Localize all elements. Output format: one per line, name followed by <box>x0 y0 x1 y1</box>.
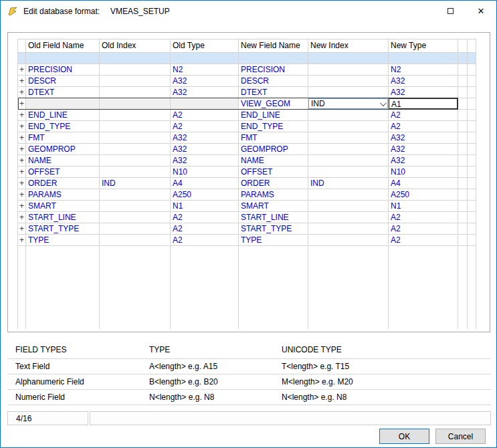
new-type-cell[interactable]: A2 <box>389 121 458 132</box>
old-name-cell[interactable]: START_TYPE <box>26 223 100 235</box>
row-expand-button[interactable]: + <box>18 178 26 189</box>
new-index-cell[interactable] <box>308 110 389 121</box>
new-type-cell[interactable]: A2 <box>389 223 458 235</box>
old-index-cell[interactable] <box>100 64 171 76</box>
old-type-cell[interactable]: A2 <box>171 223 239 235</box>
row-expand-button[interactable]: + <box>18 235 26 246</box>
new-type-cell[interactable]: N1 <box>389 201 458 212</box>
row-expand-button[interactable]: + <box>18 212 26 223</box>
old-index-cell[interactable] <box>100 53 171 64</box>
new-type-cell[interactable]: A32 <box>389 132 458 144</box>
old-name-cell[interactable]: DESCR <box>26 76 100 87</box>
column-header-old-type[interactable]: Old Type <box>171 39 239 53</box>
column-header-new-type[interactable]: New Type <box>389 39 458 53</box>
new-type-cell[interactable]: A2 <box>389 212 458 223</box>
old-index-cell[interactable] <box>100 87 171 98</box>
row-expand-button[interactable]: + <box>18 223 26 235</box>
new-index-cell[interactable] <box>308 64 389 76</box>
new-name-cell[interactable]: PARAMS <box>239 189 308 201</box>
old-type-cell[interactable]: A4 <box>171 178 239 189</box>
new-type-cell[interactable]: A250 <box>389 189 458 201</box>
new-type-cell[interactable]: A1 <box>389 98 458 110</box>
old-name-cell[interactable]: START_LINE <box>26 212 100 223</box>
new-type-cell[interactable]: A2 <box>389 110 458 121</box>
old-index-cell[interactable] <box>100 223 171 235</box>
new-name-cell[interactable]: END_TYPE <box>239 121 308 132</box>
old-name-cell[interactable]: TYPE <box>26 235 100 246</box>
old-type-cell[interactable]: A32 <box>171 132 239 144</box>
old-name-cell[interactable]: ORDER <box>26 178 100 189</box>
new-name-cell[interactable]: VIEW_GEOM <box>239 98 308 110</box>
cancel-button[interactable]: Cancel <box>435 429 486 444</box>
old-type-cell[interactable]: N10 <box>171 166 239 178</box>
old-name-cell[interactable] <box>26 53 100 64</box>
new-name-cell[interactable] <box>239 53 308 64</box>
maximize-button[interactable] <box>435 1 466 21</box>
column-header-new-field-name[interactable]: New Field Name <box>239 39 308 53</box>
new-name-cell[interactable]: SMART <box>239 201 308 212</box>
row-expand-button[interactable]: + <box>18 144 26 155</box>
old-index-cell[interactable] <box>100 132 171 144</box>
old-index-cell[interactable] <box>100 110 171 121</box>
new-index-cell[interactable] <box>308 201 389 212</box>
old-name-cell[interactable]: OFFSET <box>26 166 100 178</box>
old-index-cell[interactable] <box>100 155 171 166</box>
new-name-cell[interactable]: ORDER <box>239 178 308 189</box>
row-expand-button[interactable]: + <box>18 166 26 178</box>
old-name-cell[interactable]: PRECISION <box>26 64 100 76</box>
old-index-cell[interactable]: IND <box>100 178 171 189</box>
column-header-new-index[interactable]: New Index <box>308 39 389 53</box>
new-index-cell[interactable] <box>308 166 389 178</box>
new-type-cell[interactable]: A32 <box>389 76 458 87</box>
column-header-old-field-name[interactable]: Old Field Name <box>26 39 100 53</box>
old-index-cell[interactable] <box>100 212 171 223</box>
old-name-cell[interactable]: END_LINE <box>26 110 100 121</box>
old-name-cell[interactable]: DTEXT <box>26 87 100 98</box>
old-index-cell[interactable] <box>100 189 171 201</box>
new-name-cell[interactable]: FMT <box>239 132 308 144</box>
old-name-cell[interactable]: GEOMPROP <box>26 144 100 155</box>
old-index-cell[interactable] <box>100 144 171 155</box>
new-index-cell[interactable] <box>308 144 389 155</box>
old-type-cell[interactable]: A2 <box>171 121 239 132</box>
new-index-cell[interactable] <box>308 76 389 87</box>
row-expand-button[interactable]: + <box>18 98 26 110</box>
new-index-cell[interactable] <box>308 189 389 201</box>
row-expand-button[interactable]: + <box>18 132 26 144</box>
new-name-cell[interactable]: START_LINE <box>239 212 308 223</box>
new-index-cell[interactable] <box>308 212 389 223</box>
old-name-cell[interactable]: NAME <box>26 155 100 166</box>
new-index-cell[interactable]: IND <box>308 98 389 110</box>
old-name-cell[interactable]: END_TYPE <box>26 121 100 132</box>
old-type-cell[interactable]: A2 <box>171 110 239 121</box>
new-type-editor[interactable]: A1 <box>389 98 458 109</box>
old-index-cell[interactable] <box>100 201 171 212</box>
row-expand-button[interactable]: + <box>18 64 26 76</box>
row-expand-button[interactable]: + <box>18 155 26 166</box>
old-type-cell[interactable]: A32 <box>171 87 239 98</box>
new-name-cell[interactable]: OFFSET <box>239 166 308 178</box>
new-name-cell[interactable]: DTEXT <box>239 87 308 98</box>
old-name-cell[interactable] <box>26 98 100 110</box>
old-name-cell[interactable]: FMT <box>26 132 100 144</box>
new-name-cell[interactable]: TYPE <box>239 235 308 246</box>
new-index-cell[interactable] <box>308 121 389 132</box>
old-type-cell[interactable]: A2 <box>171 212 239 223</box>
row-expand-button[interactable]: + <box>18 189 26 201</box>
field-mapping-grid[interactable]: Old Field NameOld IndexOld TypeNew Field… <box>17 39 476 329</box>
old-name-cell[interactable]: SMART <box>26 201 100 212</box>
old-type-cell[interactable] <box>171 98 239 110</box>
old-index-cell[interactable] <box>100 235 171 246</box>
new-type-cell[interactable]: A2 <box>389 235 458 246</box>
new-index-cell[interactable] <box>308 132 389 144</box>
new-index-cell[interactable] <box>308 53 389 64</box>
new-name-cell[interactable]: END_LINE <box>239 110 308 121</box>
old-type-cell[interactable]: A32 <box>171 144 239 155</box>
old-type-cell[interactable]: A32 <box>171 155 239 166</box>
old-type-cell[interactable] <box>171 53 239 64</box>
new-type-cell[interactable]: N10 <box>389 166 458 178</box>
row-expand-button[interactable]: + <box>18 110 26 121</box>
new-type-cell[interactable]: A32 <box>389 87 458 98</box>
new-type-cell[interactable] <box>389 53 458 64</box>
row-expand-button[interactable]: + <box>18 201 26 212</box>
